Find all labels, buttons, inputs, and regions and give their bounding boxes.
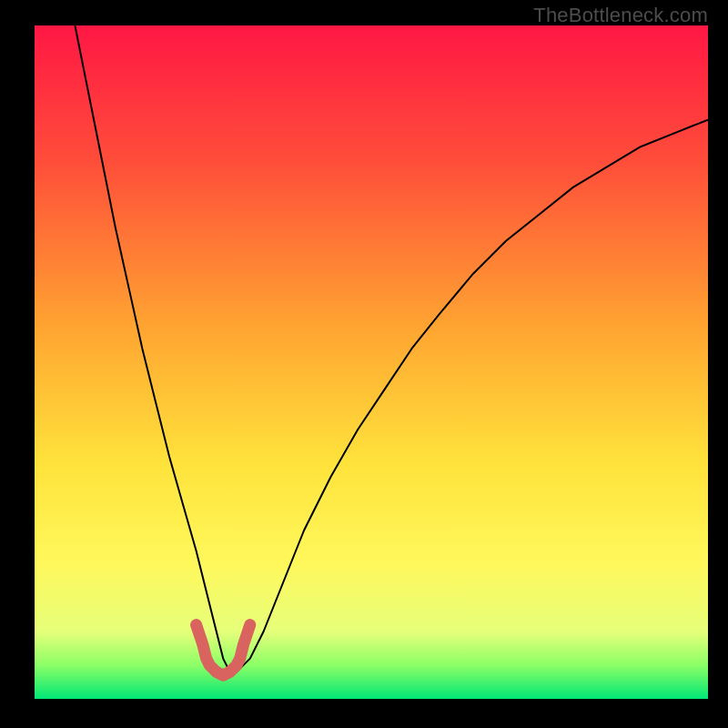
gradient-background: [35, 25, 708, 699]
chart-container: TheBottleneck.com: [0, 0, 728, 728]
plot-area: [35, 25, 708, 699]
chart-svg: [35, 25, 708, 699]
watermark-text: TheBottleneck.com: [533, 4, 708, 27]
